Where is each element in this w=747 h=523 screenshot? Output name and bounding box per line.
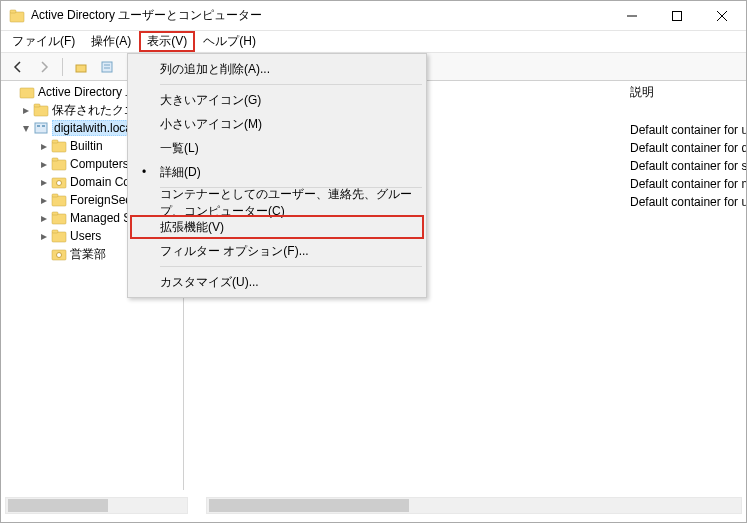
svg-rect-26 [52, 160, 66, 170]
svg-point-29 [57, 181, 62, 186]
app-icon [9, 8, 25, 24]
folder-icon [51, 192, 67, 208]
menu-help[interactable]: ヘルプ(H) [195, 31, 264, 52]
expand-icon[interactable]: ▸ [37, 193, 51, 207]
menu-advanced-features[interactable]: 拡張機能(V) [130, 215, 424, 239]
scrollbar-thumb[interactable] [209, 499, 409, 512]
expand-icon[interactable]: ▸ [37, 175, 51, 189]
tree-label: 営業部 [70, 246, 106, 263]
up-button[interactable] [70, 56, 92, 78]
menu-customize[interactable]: カスタマイズ(U)... [130, 270, 424, 294]
description-column: 説明 Default container for up Default cont… [624, 81, 746, 211]
tree-label: Computers [70, 157, 129, 171]
svg-rect-34 [52, 232, 66, 242]
menu-view[interactable]: 表示(V) [139, 31, 195, 52]
list-scrollbar[interactable] [206, 497, 742, 514]
svg-rect-20 [34, 104, 40, 107]
list-cell-description: Default container for do [624, 139, 746, 157]
back-button[interactable] [7, 56, 29, 78]
menu-action[interactable]: 操作(A) [83, 31, 139, 52]
expand-icon[interactable]: ▸ [37, 211, 51, 225]
menu-users-as-containers[interactable]: コンテナーとしてのユーザー、連絡先、グループ、コンピューター(C) [130, 191, 424, 215]
svg-rect-23 [42, 125, 45, 127]
tree-label: Managed S [70, 211, 131, 225]
menu-separator [160, 84, 422, 85]
toolbar-separator [62, 58, 63, 76]
folder-icon [51, 228, 67, 244]
aduc-icon [19, 84, 35, 100]
menu-small-icons[interactable]: 小さいアイコン(M) [130, 112, 424, 136]
menu-add-remove-columns[interactable]: 列の追加と削除(A)... [130, 57, 424, 81]
svg-rect-19 [34, 106, 48, 116]
svg-rect-33 [52, 212, 58, 215]
svg-rect-31 [52, 194, 58, 197]
forward-button[interactable] [33, 56, 55, 78]
window-title: Active Directory ユーザーとコンピューター [31, 7, 609, 24]
list-cell-description: Default container for m [624, 175, 746, 193]
expand-icon[interactable]: ▸ [37, 139, 51, 153]
folder-icon [51, 210, 67, 226]
menu-large-icons[interactable]: 大きいアイコン(G) [130, 88, 424, 112]
svg-rect-25 [52, 140, 58, 143]
menubar: ファイル(F) 操作(A) 表示(V) ヘルプ(H) [1, 31, 746, 53]
svg-rect-27 [52, 158, 58, 161]
svg-rect-3 [672, 11, 681, 20]
scrollbar-thumb[interactable] [8, 499, 108, 512]
svg-rect-22 [37, 125, 40, 127]
menu-filter-options[interactable]: フィルター オプション(F)... [130, 239, 424, 263]
view-menu-dropdown: 列の追加と削除(A)... 大きいアイコン(G) 小さいアイコン(M) 一覧(L… [127, 53, 427, 298]
window-controls [609, 2, 744, 30]
svg-rect-30 [52, 196, 66, 206]
folder-icon [51, 156, 67, 172]
column-header-description[interactable]: 説明 [624, 81, 746, 103]
list-cell-description: Default container for up [624, 193, 746, 211]
tree-label: digitalwith.loca [52, 120, 134, 136]
folder-icon [33, 102, 49, 118]
tree-label: Builtin [70, 139, 103, 153]
list-cell-description: Default container for se [624, 157, 746, 175]
expand-icon[interactable]: ▸ [19, 103, 33, 117]
expand-icon[interactable]: ▸ [37, 157, 51, 171]
ou-icon [51, 246, 67, 262]
ou-icon [51, 174, 67, 190]
domain-icon [33, 120, 49, 136]
tree-label: Domain Co [70, 175, 130, 189]
list-cell-description: Default container for up [624, 121, 746, 139]
menu-detail[interactable]: 詳細(D) [130, 160, 424, 184]
titlebar: Active Directory ユーザーとコンピューター [1, 1, 746, 31]
svg-rect-18 [20, 88, 34, 98]
folder-icon [51, 138, 67, 154]
svg-rect-35 [52, 230, 58, 233]
svg-rect-1 [10, 10, 16, 13]
svg-rect-6 [76, 65, 86, 72]
properties-button[interactable] [96, 56, 118, 78]
expand-icon[interactable]: ▸ [37, 229, 51, 243]
minimize-button[interactable] [609, 2, 654, 30]
svg-rect-24 [52, 142, 66, 152]
menu-separator [160, 266, 422, 267]
menu-file[interactable]: ファイル(F) [4, 31, 83, 52]
svg-rect-21 [35, 123, 47, 133]
svg-rect-32 [52, 214, 66, 224]
svg-rect-0 [10, 12, 24, 22]
tree-label: Active Directory ユ [38, 84, 137, 101]
maximize-button[interactable] [654, 2, 699, 30]
horizontal-scrollbars [5, 497, 742, 514]
svg-rect-7 [102, 62, 112, 72]
tree-label: Users [70, 229, 101, 243]
svg-point-37 [57, 253, 62, 258]
close-button[interactable] [699, 2, 744, 30]
collapse-icon[interactable]: ▾ [19, 121, 33, 135]
menu-list[interactable]: 一覧(L) [130, 136, 424, 160]
tree-scrollbar[interactable] [5, 497, 188, 514]
